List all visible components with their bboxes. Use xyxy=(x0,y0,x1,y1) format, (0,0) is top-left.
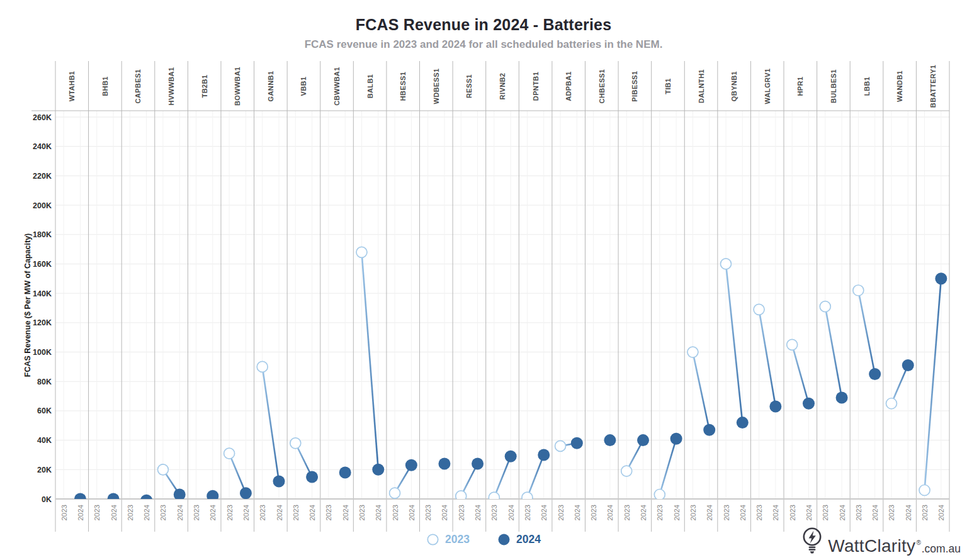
x-tick-label: 2023 xyxy=(789,505,796,521)
data-point-2023[interactable] xyxy=(489,492,499,503)
data-point-2023[interactable] xyxy=(820,301,830,312)
data-point-2023[interactable] xyxy=(687,347,698,357)
battery-label: CBWWBA1 xyxy=(333,67,341,105)
data-point-2024[interactable] xyxy=(306,471,318,483)
battery-label: BULBES1 xyxy=(830,69,837,103)
panel-WTAHB1 xyxy=(74,493,86,505)
data-point-2023[interactable] xyxy=(621,466,632,476)
x-tick-label: 2024 xyxy=(905,504,912,520)
data-point-2024[interactable] xyxy=(935,272,947,284)
battery-label: HBESS1 xyxy=(399,72,407,101)
data-point-2024[interactable] xyxy=(803,398,815,410)
y-tick-label: 260K xyxy=(33,113,52,122)
x-tick-label: 2023 xyxy=(159,505,167,521)
panel-DPNTB1 xyxy=(522,449,550,503)
connector-line xyxy=(263,367,279,481)
data-point-2024[interactable] xyxy=(273,475,285,487)
data-point-2023[interactable] xyxy=(257,361,268,372)
x-tick-label: 2024 xyxy=(805,504,813,520)
data-point-2023[interactable] xyxy=(787,339,798,350)
data-point-2023[interactable] xyxy=(919,484,930,495)
connector-line xyxy=(229,454,246,493)
x-tick-label: 2024 xyxy=(342,504,349,520)
data-point-2024[interactable] xyxy=(670,433,682,445)
data-point-2024[interactable] xyxy=(538,449,550,461)
legend-2023-open-circle-icon xyxy=(426,533,439,546)
data-point-2023[interactable] xyxy=(853,285,864,296)
data-point-2024[interactable] xyxy=(737,417,749,428)
data-point-2024[interactable] xyxy=(637,434,649,446)
data-point-2024[interactable] xyxy=(836,391,848,403)
data-point-2024[interactable] xyxy=(74,493,86,505)
x-tick-label: 2023 xyxy=(557,505,565,521)
data-point-2023[interactable] xyxy=(555,440,566,451)
data-point-2024[interactable] xyxy=(240,487,252,499)
panel-BHB1 xyxy=(108,493,120,505)
x-tick-label: 2023 xyxy=(822,505,829,521)
data-point-2024[interactable] xyxy=(769,400,781,412)
data-point-2024[interactable] xyxy=(372,464,384,476)
data-point-2024[interactable] xyxy=(438,457,450,469)
data-point-2023[interactable] xyxy=(224,448,235,459)
battery-label: TIB1 xyxy=(664,78,672,94)
data-point-2024[interactable] xyxy=(902,359,914,371)
data-point-2023[interactable] xyxy=(886,398,896,409)
connector-line xyxy=(361,252,378,470)
data-point-2024[interactable] xyxy=(174,488,186,500)
y-tick-label: 220K xyxy=(33,172,52,181)
data-point-2023[interactable] xyxy=(356,247,367,257)
y-axis-tick-labels: 0K20K40K60K80K100K120K140K160K180K200K22… xyxy=(33,113,52,504)
panel-TIB1 xyxy=(654,433,682,500)
connector-line xyxy=(527,455,543,498)
panel-VBB1 xyxy=(290,438,318,483)
data-point-2024[interactable] xyxy=(108,493,120,505)
data-point-2024[interactable] xyxy=(472,457,484,469)
panel-QBYNB1 xyxy=(721,259,749,428)
battery-label: CHBESS1 xyxy=(598,69,606,104)
x-tick-label: 2023 xyxy=(888,505,895,521)
legend-item-2023[interactable]: 2023 xyxy=(426,533,470,546)
x-tick-label: 2024 xyxy=(507,504,515,520)
panel-TB2B1 xyxy=(206,490,218,502)
data-point-2023[interactable] xyxy=(290,438,301,449)
data-point-2024[interactable] xyxy=(405,459,417,471)
y-tick-label: 20K xyxy=(37,466,52,474)
connector-line xyxy=(891,366,908,404)
x-tick-label: 2024 xyxy=(640,504,647,520)
data-point-2024[interactable] xyxy=(206,490,218,502)
data-point-2024[interactable] xyxy=(869,368,881,380)
data-point-2024[interactable] xyxy=(604,434,616,446)
legend-item-2024[interactable]: 2024 xyxy=(497,533,541,546)
battery-label: CAPBES1 xyxy=(134,69,142,104)
x-tick-label: 2023 xyxy=(259,505,266,521)
x-tick-label: 2023 xyxy=(60,505,68,521)
data-point-2024[interactable] xyxy=(571,437,583,449)
x-tick-label: 2024 xyxy=(242,504,250,520)
data-point-2024[interactable] xyxy=(505,451,517,462)
data-point-2023[interactable] xyxy=(456,491,467,501)
panel-CAPBES1 xyxy=(140,495,152,507)
x-tick-label: 2023 xyxy=(723,505,730,521)
data-point-2023[interactable] xyxy=(654,489,665,500)
x-tick-label: 2023 xyxy=(921,505,929,521)
panel-RESS1 xyxy=(456,457,484,501)
data-point-2023[interactable] xyxy=(157,464,168,475)
x-tick-label: 2023 xyxy=(458,505,465,521)
x-tick-label: 2023 xyxy=(590,505,597,521)
data-point-2023[interactable] xyxy=(522,492,533,503)
panel-WANDB1 xyxy=(886,359,913,409)
data-point-2024[interactable] xyxy=(703,424,715,436)
brand-name: WattClarity xyxy=(828,537,915,555)
data-point-2024[interactable] xyxy=(339,466,351,478)
wattclarity-logo[interactable]: WattClarity ® .com.au xyxy=(801,526,961,555)
data-point-2023[interactable] xyxy=(390,488,400,498)
panel-DALNTH1 xyxy=(687,347,715,436)
data-point-2024[interactable] xyxy=(140,495,152,507)
connector-line xyxy=(759,310,776,406)
battery-label: PIBESS1 xyxy=(631,70,638,101)
panel-GANNB1 xyxy=(257,361,285,487)
connector-line xyxy=(660,439,676,495)
data-point-2023[interactable] xyxy=(754,304,764,315)
x-tick-label: 2024 xyxy=(474,504,482,520)
data-point-2023[interactable] xyxy=(721,259,732,269)
